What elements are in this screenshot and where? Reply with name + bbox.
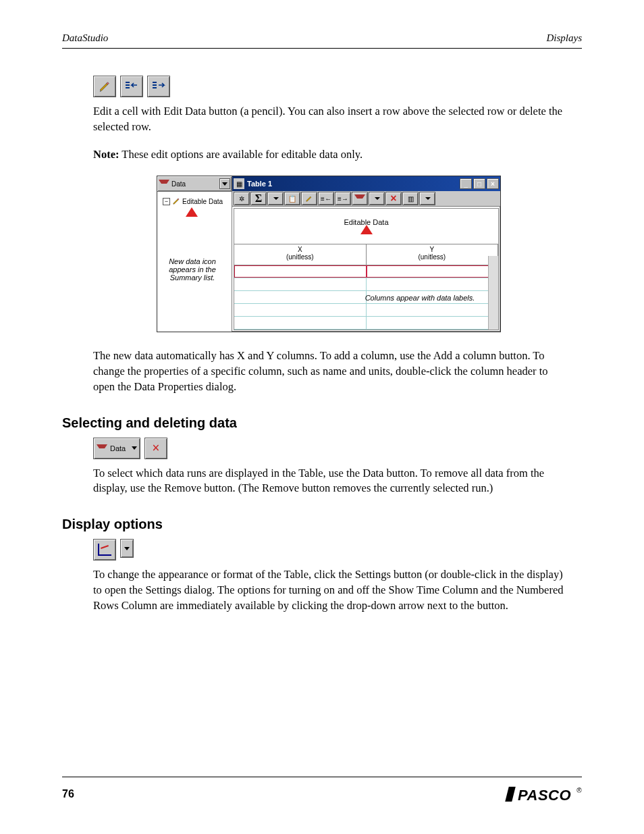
settings-button[interactable] [93, 539, 116, 561]
summary-tree-pane: Data − Editable Data New data icon appea… [157, 176, 232, 332]
window-right-pane: ▦ Table 1 _ □ × ✲ Σ 📋 ≡← [232, 176, 500, 332]
sigma-icon: Σ [255, 192, 262, 205]
display-options-icons [93, 539, 582, 561]
tree-item-label: Editable Data [182, 198, 223, 205]
table-row[interactable] [234, 278, 498, 291]
svg-marker-0 [101, 84, 108, 91]
red-triangle-marker [360, 225, 373, 234]
table-window-figure: Data − Editable Data New data icon appea… [157, 176, 501, 332]
scrollbar[interactable] [488, 256, 498, 330]
table-toolbar: ✲ Σ 📋 ≡← ≡→ × ▥ [232, 191, 500, 207]
toolbar-remove[interactable]: × [385, 192, 402, 205]
header-rule [62, 48, 582, 49]
select-delete-heading: Selecting and deleting data [62, 415, 582, 431]
brand-text: PASCO [518, 787, 571, 804]
window-body: The new data automatically has X and Y c… [93, 348, 566, 394]
table-row[interactable] [234, 317, 498, 330]
document-page: DataStudio Displays [0, 0, 644, 834]
display-options-body: To change the appearance or format of th… [93, 567, 566, 613]
svg-rect-4 [126, 84, 130, 86]
caret-down-icon [222, 182, 227, 186]
table-row[interactable] [234, 304, 498, 317]
col-x-header: X (unitless) [234, 244, 367, 265]
x-icon: × [152, 440, 159, 456]
header-left: DataStudio [62, 32, 108, 44]
page-number: 76 [62, 788, 74, 800]
edit-section: Edit a cell with Edit Data button (a pen… [62, 76, 582, 162]
col-y-header: Y (unitless) [367, 244, 499, 265]
window-minimize[interactable]: _ [460, 178, 472, 189]
header-right: Displays [547, 32, 583, 44]
edit-note: Note: These edit options are available f… [93, 147, 566, 163]
logo-bar-icon [505, 787, 515, 802]
data-button-label: Data [110, 444, 126, 452]
toolbar-insert-row[interactable]: ≡← [318, 192, 334, 205]
tree-row-editable[interactable]: − Editable Data [163, 197, 229, 205]
toolbar-clipboard[interactable]: 📋 [284, 192, 300, 205]
table-row[interactable] [234, 265, 498, 278]
edit-body: Edit a cell with Edit Data button (a pen… [93, 104, 566, 135]
table-caption: Columns appear with data labels. [342, 294, 498, 302]
pencil-icon [99, 80, 111, 93]
toolbar-settings-dd[interactable] [419, 192, 435, 205]
settings-dropdown[interactable] [120, 539, 134, 558]
data-funnel-icon [97, 444, 107, 452]
tree-caption: New data icon appears in the Summary lis… [155, 257, 230, 282]
svg-marker-2 [100, 90, 101, 92]
delete-row-button[interactable] [147, 76, 170, 97]
footer-rule [62, 777, 582, 777]
svg-marker-9 [173, 199, 178, 204]
tree-header: Data [157, 176, 232, 192]
svg-marker-11 [306, 197, 311, 201]
svg-rect-6 [153, 82, 157, 83]
window-maximize[interactable]: □ [473, 178, 485, 189]
toolbar-settings[interactable]: ▥ [402, 192, 419, 205]
window-title: Table 1 [247, 180, 272, 188]
tree-header-label: Data [171, 180, 186, 188]
note-text: These edit options are available for edi… [122, 148, 363, 161]
note-label: Note: [93, 148, 119, 161]
select-delete-body: To select which data runs are displayed … [93, 466, 566, 497]
caret-down-icon [124, 547, 130, 550]
remove-button[interactable]: × [144, 438, 167, 459]
registered-mark: ® [576, 787, 582, 794]
svg-rect-8 [153, 87, 157, 88]
insert-row-button[interactable] [120, 76, 143, 97]
toolbar-sigma-dd[interactable] [267, 192, 284, 205]
tree-body: − Editable Data [157, 192, 232, 211]
running-header: DataStudio Displays [62, 32, 582, 44]
pencil-icon [305, 194, 313, 203]
x-icon: × [390, 192, 396, 205]
toolbar-data[interactable] [352, 192, 368, 205]
tree-dropdown[interactable] [219, 178, 230, 189]
edit-data-button[interactable] [93, 76, 116, 97]
data-select-button[interactable]: Data [93, 438, 140, 459]
toolbar-sigma[interactable]: Σ [250, 192, 267, 205]
svg-rect-7 [153, 84, 157, 86]
toolbar-edit[interactable] [301, 192, 317, 205]
window-controls: _ □ × [460, 178, 499, 189]
pencil-icon [172, 197, 180, 205]
display-options-heading: Display options [62, 517, 582, 532]
insert-row-icon [125, 80, 138, 93]
table-column-headers: X (unitless) Y (unitless) [234, 244, 498, 265]
toolbar-gear[interactable]: ✲ [234, 192, 250, 205]
red-triangle-marker [186, 207, 198, 217]
caret-down-icon [132, 446, 137, 450]
svg-rect-5 [126, 87, 130, 88]
window-app-icon: ▦ [234, 178, 244, 189]
svg-rect-3 [126, 82, 130, 83]
tree-expander[interactable]: − [163, 198, 170, 205]
data-funnel-icon [354, 194, 365, 203]
toolbar-delete-row[interactable]: ≡→ [335, 192, 351, 205]
table-area: Editable Data X (unitless) Y (unitless) [234, 208, 499, 330]
window-titlebar: ▦ Table 1 _ □ × [232, 176, 500, 191]
settings-graph-icon [98, 544, 111, 556]
toolbar-data-dd[interactable] [369, 192, 385, 205]
delete-row-icon [152, 80, 165, 93]
window-close[interactable]: × [487, 178, 499, 189]
edit-icon-row [93, 76, 582, 97]
select-delete-icons: Data × [93, 438, 582, 459]
data-funnel-icon [159, 180, 169, 188]
brand-logo: PASCO ® [507, 787, 582, 804]
